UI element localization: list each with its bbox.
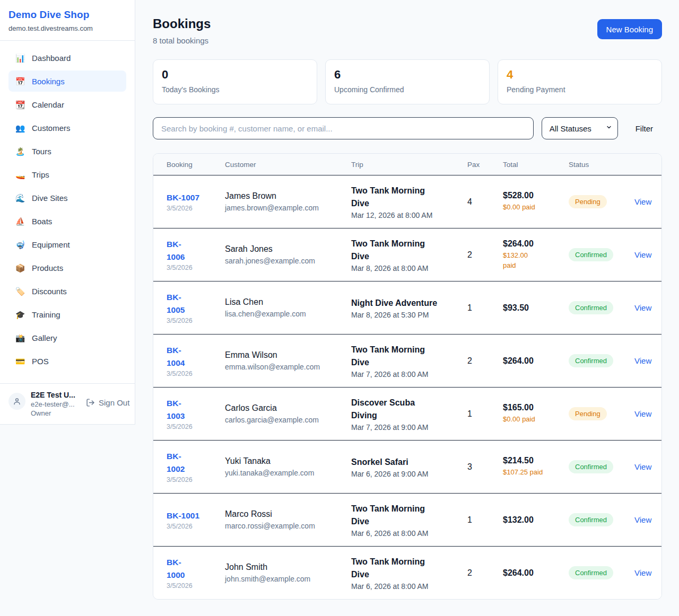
pax-value: 2 bbox=[467, 250, 503, 260]
pax-value: 1 bbox=[467, 515, 503, 525]
booking-cell: BK- 1000 3/5/2026 bbox=[167, 556, 225, 589]
table-row: BK- 1004 3/5/2026 Emma Wilson emma.wilso… bbox=[153, 334, 661, 387]
booking-id-link[interactable]: BK- 1003 bbox=[167, 397, 185, 422]
booking-date: 3/5/2026 bbox=[167, 523, 225, 530]
view-link[interactable]: View bbox=[634, 250, 651, 259]
total-cell: $165.00 $0.00 paid bbox=[503, 403, 569, 424]
tag-icon: 🏷️ bbox=[15, 287, 25, 295]
sidebar-item-pos[interactable]: 💳 POS bbox=[8, 350, 126, 372]
total-cell: $264.00 $132.00 paid bbox=[503, 239, 569, 270]
graduation-cap-icon: 🎓 bbox=[15, 311, 25, 319]
filter-row: All Statuses Filter bbox=[153, 117, 662, 139]
view-link[interactable]: View bbox=[634, 462, 651, 471]
status-badge: Confirmed bbox=[569, 301, 613, 314]
actions-cell: View bbox=[634, 197, 651, 207]
trip-name: Two Tank Morning Dive bbox=[351, 184, 439, 210]
status-cell: Confirmed bbox=[569, 301, 634, 314]
trip-name: Snorkel Safari bbox=[351, 456, 439, 469]
booking-id-link[interactable]: BK-1007 bbox=[167, 191, 199, 204]
camera-icon: 📸 bbox=[15, 334, 25, 342]
sidebar-item-discounts[interactable]: 🏷️ Discounts bbox=[8, 280, 126, 302]
customer-email: james.brown@example.com bbox=[225, 204, 351, 212]
total-cell: $132.00 bbox=[503, 515, 569, 525]
sidebar-item-dashboard[interactable]: 📊 Dashboard bbox=[8, 47, 126, 68]
customer-cell: Emma Wilson emma.wilson@example.com bbox=[225, 350, 351, 371]
page-subtitle: 8 total bookings bbox=[153, 36, 211, 45]
sidebar-item-dive-sites[interactable]: 🌊 Dive Sites bbox=[8, 187, 126, 208]
actions-cell: View bbox=[634, 515, 651, 525]
actions-cell: View bbox=[634, 356, 651, 366]
customer-email: sarah.jones@example.com bbox=[225, 257, 351, 265]
sidebar-item-products[interactable]: 📦 Products bbox=[8, 257, 126, 278]
booking-id-link[interactable]: BK- 1004 bbox=[167, 344, 185, 369]
status-select[interactable]: All Statuses bbox=[542, 117, 618, 139]
trip-cell: Two Tank Morning Dive Mar 8, 2026 at 8:0… bbox=[351, 237, 467, 272]
sidebar-item-bookings[interactable]: 📅 Bookings bbox=[8, 71, 126, 92]
stats-row: 0 Today's Bookings 6 Upcoming Confirmed … bbox=[153, 59, 662, 104]
sign-out-button[interactable]: Sign Out bbox=[86, 398, 129, 407]
trip-name: Two Tank Morning Dive bbox=[351, 503, 439, 528]
paid-amount: $132.00 paid bbox=[503, 251, 569, 270]
trip-cell: Two Tank Morning Dive Mar 7, 2026 at 8:0… bbox=[351, 344, 467, 379]
status-cell: Confirmed bbox=[569, 513, 634, 526]
sidebar-item-gallery[interactable]: 📸 Gallery bbox=[8, 327, 126, 348]
actions-cell: View bbox=[634, 568, 651, 578]
user-info: E2E Test U... e2e-tester@... Owner bbox=[31, 391, 80, 417]
status-badge: Pending bbox=[569, 407, 607, 420]
customer-name: Carlos Garcia bbox=[225, 403, 351, 413]
total-amount: $264.00 bbox=[503, 568, 569, 578]
view-link[interactable]: View bbox=[634, 515, 651, 524]
status-cell: Confirmed bbox=[569, 354, 634, 367]
credit-card-icon: 💳 bbox=[15, 357, 25, 365]
view-link[interactable]: View bbox=[634, 568, 651, 577]
sidebar-item-trips[interactable]: 🚤 Trips bbox=[8, 164, 126, 185]
table-row: BK-1001 3/5/2026 Marco Rossi marco.rossi… bbox=[153, 493, 661, 546]
paid-amount: $107.25 paid bbox=[503, 468, 569, 477]
table-body: BK-1007 3/5/2026 James Brown james.brown… bbox=[153, 175, 661, 599]
new-booking-button[interactable]: New Booking bbox=[597, 19, 662, 39]
sidebar-item-equipment[interactable]: 🤿 Equipment bbox=[8, 234, 126, 255]
total-amount: $264.00 bbox=[503, 356, 569, 366]
column-header-pax: Pax bbox=[467, 161, 503, 169]
table-row: BK-1007 3/5/2026 James Brown james.brown… bbox=[153, 175, 661, 228]
total-cell: $93.50 bbox=[503, 303, 569, 313]
booking-id-link[interactable]: BK- 1006 bbox=[167, 238, 185, 263]
page-title: Bookings bbox=[153, 16, 211, 31]
view-link[interactable]: View bbox=[634, 356, 651, 365]
trip-datetime: Mar 6, 2026 at 9:00 AM bbox=[351, 470, 467, 478]
user-email: e2e-tester@... bbox=[31, 400, 80, 408]
sidebar-item-boats[interactable]: ⛵ Boats bbox=[8, 210, 126, 232]
bookings-table: Booking Customer Trip Pax Total Status B… bbox=[153, 153, 662, 600]
stat-label: Upcoming Confirmed bbox=[334, 85, 481, 94]
customer-name: Lisa Chen bbox=[225, 297, 351, 307]
actions-cell: View bbox=[634, 303, 651, 313]
sidebar-item-training[interactable]: 🎓 Training bbox=[8, 304, 126, 325]
sidebar-item-customers[interactable]: 👥 Customers bbox=[8, 117, 126, 138]
booking-id-link[interactable]: BK- 1002 bbox=[167, 450, 185, 475]
search-input[interactable] bbox=[153, 117, 534, 139]
view-link[interactable]: View bbox=[634, 303, 651, 312]
sidebar-item-tours[interactable]: 🏝️ Tours bbox=[8, 140, 126, 162]
booking-id-link[interactable]: BK- 1000 bbox=[167, 556, 185, 581]
sidebar-header: Demo Dive Shop demo.test.divestreams.com bbox=[0, 0, 135, 41]
view-link[interactable]: View bbox=[634, 409, 651, 418]
sailboat-icon: ⛵ bbox=[15, 217, 25, 225]
total-cell: $528.00 $0.00 paid bbox=[503, 191, 569, 212]
total-amount: $132.00 bbox=[503, 515, 569, 525]
column-header-customer: Customer bbox=[225, 161, 351, 169]
trip-cell: Discover Scuba Diving Mar 7, 2026 at 9:0… bbox=[351, 397, 467, 432]
booking-cell: BK-1007 3/5/2026 bbox=[167, 191, 225, 212]
booking-id-link[interactable]: BK-1001 bbox=[167, 509, 199, 522]
stat-card-upcoming-confirmed: 6 Upcoming Confirmed bbox=[325, 59, 490, 104]
filter-button[interactable]: Filter bbox=[636, 124, 653, 133]
sidebar-item-calendar[interactable]: 📆 Calendar bbox=[8, 94, 126, 115]
column-header-booking: Booking bbox=[167, 161, 225, 169]
booking-date: 3/5/2026 bbox=[167, 264, 225, 271]
booking-id-link[interactable]: BK- 1005 bbox=[167, 291, 185, 316]
table-header-row: Booking Customer Trip Pax Total Status bbox=[153, 154, 661, 175]
actions-cell: View bbox=[634, 250, 651, 260]
trip-datetime: Mar 7, 2026 at 8:00 AM bbox=[351, 370, 467, 379]
customer-name: Yuki Tanaka bbox=[225, 456, 351, 466]
view-link[interactable]: View bbox=[634, 197, 651, 206]
user-icon bbox=[13, 397, 21, 406]
